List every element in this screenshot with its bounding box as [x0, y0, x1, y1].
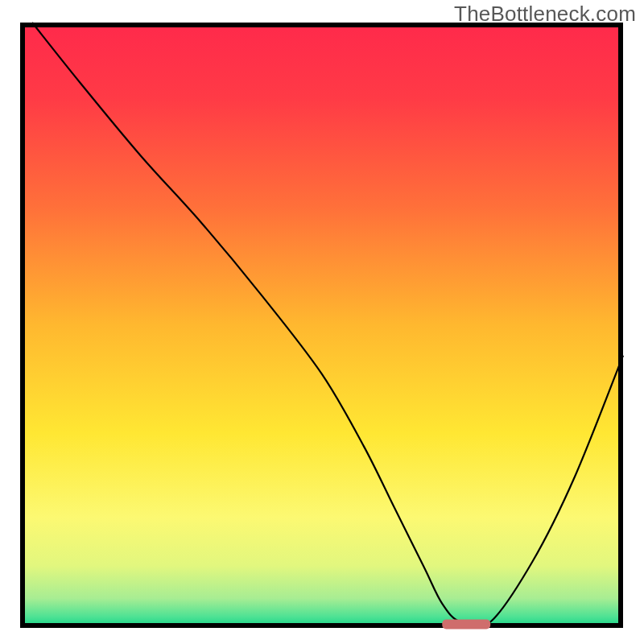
- chart-svg: [0, 0, 644, 644]
- chart-frame: TheBottleneck.com: [0, 0, 644, 644]
- marker-bar: [442, 619, 490, 629]
- plot-background: [23, 25, 621, 625]
- watermark-text: TheBottleneck.com: [454, 2, 636, 27]
